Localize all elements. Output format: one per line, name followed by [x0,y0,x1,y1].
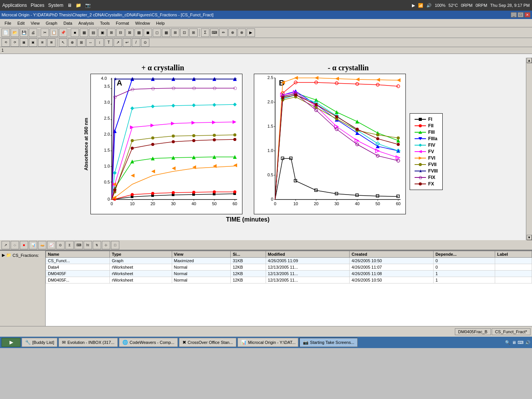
menu-view[interactable]: View [28,20,43,26]
tb2-b4[interactable]: ▣ [29,38,37,47]
tb2-b7[interactable]: ↖ [59,38,67,47]
taskbar-task-4[interactable]: 📊Microcal Origin - Y:\DAT... [238,338,298,347]
tb-b17[interactable]: ✏ [219,28,228,37]
maximize-button[interactable]: □ [518,12,524,17]
tb-save[interactable]: 💾 [20,28,28,37]
close-button[interactable]: ✕ [524,12,530,17]
tb2-b3[interactable]: ▦ [20,38,28,47]
app-menu-system[interactable]: System [48,3,63,8]
draw-tb1[interactable]: ↗ [2,241,10,249]
tb-b15[interactable]: Σ [201,28,209,37]
draw-tb11[interactable]: ↯ [93,241,101,249]
tb2-b5[interactable]: ⊞ [38,38,46,47]
tb2-b13[interactable]: ↗ [114,38,122,47]
app-menu-places[interactable]: Places [31,3,44,8]
table-row[interactable]: Data4 rWorksheet Normal 12KB 12/13/2005 … [46,264,532,271]
tb-b20[interactable]: ▶ [247,28,255,37]
tb-b6[interactable]: ⊟ [116,28,125,37]
draw-tb10[interactable]: h! [84,241,92,249]
taskbar-task-3[interactable]: ✖CrossOver Office Stan... [179,338,236,347]
tb-b4[interactable]: ▣ [98,28,106,37]
menu-help[interactable]: Help [153,20,168,26]
project-tree-item[interactable]: ▶ 📁 CS_Fractions: [2,253,43,258]
draw-tb7[interactable]: ⊙ [56,241,65,249]
tb2-b10[interactable]: ↔ [86,38,95,47]
table-row[interactable]: CS_Funct... Graph Maximized 31KB 4/26/20… [46,258,532,264]
scrollbar-right[interactable]: ▲ ▼ [526,58,532,240]
tb2-b11[interactable]: ↕ [95,38,104,47]
tb-cut[interactable]: ✂ [41,28,49,37]
tb2-b16[interactable]: ⊙ [141,38,149,47]
tb-b10[interactable]: ◻ [153,28,161,37]
draw-tb2[interactable]: ·:· [11,241,19,249]
draw-tb6[interactable]: 📈 [47,241,55,249]
sep3 [199,29,200,36]
tb-copy[interactable]: 📋 [50,28,58,37]
tb-open[interactable]: 📂 [11,28,19,37]
taskbar-task-2[interactable]: 🌐CodeWeavers - Comp... [119,338,178,347]
tb-paste[interactable]: 📌 [59,28,67,37]
col-label[interactable]: Label [495,251,532,258]
tb-b3[interactable]: ▤ [89,28,97,37]
tb-b7[interactable]: ⊠ [125,28,134,37]
draw-tb8[interactable]: Σ [65,241,74,249]
tb2-b15[interactable]: / [132,38,140,47]
menu-data[interactable]: Data [60,20,75,26]
tb-b8[interactable]: ▩ [135,28,143,37]
tb-b1[interactable]: ■ [71,28,79,37]
menu-format[interactable]: Format [113,20,132,26]
tb2-b6[interactable]: ⊠ [47,38,55,47]
tb-b13[interactable]: ⊡ [180,28,188,37]
tb-b18[interactable]: ⊕ [228,28,237,37]
tb-b5[interactable]: ⊞ [107,28,116,37]
scroll-down-button[interactable]: ▼ [527,235,532,240]
col-view[interactable]: View [172,251,231,258]
tb-b19[interactable]: ⊗ [238,28,246,37]
start-button[interactable]: ▶ [2,338,21,347]
tb2-b8[interactable]: ⊕ [68,38,76,47]
tb2-b12[interactable]: T [104,38,113,47]
col-type[interactable]: Type [110,251,172,258]
app-menu-applications[interactable]: Applications [2,3,27,8]
col-name[interactable]: Name [46,251,110,258]
menu-window[interactable]: Window [132,20,153,26]
cell-label [495,258,532,264]
tb-new[interactable]: 📄 [2,28,10,37]
tb-b14[interactable]: ⊞ [189,28,198,37]
svg-point-85 [131,139,134,142]
menu-tools[interactable]: Tools [97,20,113,26]
tb-b9[interactable]: ◼ [144,28,152,37]
draw-tb4[interactable]: 📊 [29,241,37,249]
taskbar-task-0[interactable]: 🔧[Buddy List] [22,338,57,347]
tb2-b1[interactable]: ⟲ [2,38,10,47]
menu-analysis[interactable]: Analysis [75,20,97,26]
col-created[interactable]: Created [350,251,434,258]
draw-tb5[interactable]: 🥧 [38,241,46,249]
table-row[interactable]: DM0405F... rWorksheet Normal 12KB 12/13/… [46,277,532,283]
col-depends[interactable]: Depende... [433,251,495,258]
menu-file[interactable]: File [2,20,14,26]
draw-tb13[interactable]: □ [111,241,119,249]
taskbar-task-5[interactable]: 📷Starting Take Screens... [299,338,358,347]
tb-b11[interactable]: ▦ [162,28,170,37]
tb-b12[interactable]: ⊞ [171,28,179,37]
scroll-up-button[interactable]: ▲ [527,58,532,63]
tb-b16[interactable]: ⌨ [210,28,218,37]
taskbar-task-1[interactable]: ✉Evolution - INBOX (317... [59,338,118,347]
menu-edit[interactable]: Edit [14,20,28,26]
table-row[interactable]: DM0405F rWorksheet Normal 12KB 12/13/200… [46,271,532,277]
minimize-button[interactable]: _ [511,12,517,17]
draw-tb3[interactable]: ■ [20,241,28,249]
col-size[interactable]: Si... [231,251,266,258]
draw-tb12[interactable]: ⊹ [102,241,110,249]
draw-tb9[interactable]: ⌨ [74,241,83,249]
col-modified[interactable]: Modified [266,251,350,258]
tb-print[interactable]: 🖨 [29,28,37,37]
tb2-b9[interactable]: ⊞ [77,38,86,47]
tb2-b14[interactable]: ↩ [123,38,131,47]
svg-text:10: 10 [130,201,135,206]
menu-graph[interactable]: Graph [43,20,60,26]
tb-b2[interactable]: ▦ [80,28,88,37]
cell-size: 31KB [231,258,266,264]
tb2-b2[interactable]: ⟳ [11,38,19,47]
